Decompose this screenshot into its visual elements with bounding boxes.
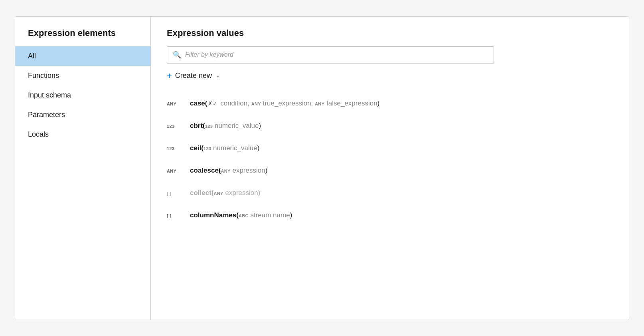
type-badge-ceil: 123 xyxy=(167,146,186,151)
function-list: ANY case(✗✓ condition, ANY true_expressi… xyxy=(167,92,613,227)
expression-elements-panel: Expression elements All Functions Input … xyxy=(15,17,151,320)
nav-item-input-schema[interactable]: Input schema xyxy=(15,85,150,105)
function-item-columnnames[interactable]: [ ] columnNames(abc stream name) xyxy=(167,204,613,227)
function-item-cbrt[interactable]: 123 cbrt(123 numeric_value) xyxy=(167,115,613,137)
type-badge-columnnames: [ ] xyxy=(167,213,186,218)
nav-item-parameters[interactable]: Parameters xyxy=(15,105,150,125)
search-icon: 🔍 xyxy=(173,51,181,59)
function-sig-collect: collect(ANY expression) xyxy=(190,189,260,197)
chevron-down-icon: ⌄ xyxy=(216,73,220,79)
search-input[interactable] xyxy=(185,51,488,58)
expression-builder-panel: Expression elements All Functions Input … xyxy=(15,16,629,320)
plus-icon: + xyxy=(167,72,172,80)
nav-item-all[interactable]: All xyxy=(15,46,150,66)
function-sig-ceil: ceil(123 numeric_value) xyxy=(190,144,259,152)
expression-elements-nav: All Functions Input schema Parameters Lo… xyxy=(15,46,150,144)
nav-item-functions[interactable]: Functions xyxy=(15,66,150,85)
right-panel-title: Expression values xyxy=(167,28,613,38)
create-new-label: Create new xyxy=(175,72,212,80)
type-badge-collect: [ ] xyxy=(167,191,186,196)
function-item-case[interactable]: ANY case(✗✓ condition, ANY true_expressi… xyxy=(167,92,613,115)
function-sig-case: case(✗✓ condition, ANY true_expression, … xyxy=(190,99,379,107)
function-sig-cbrt: cbrt(123 numeric_value) xyxy=(190,122,261,130)
left-panel-title: Expression elements xyxy=(15,28,150,46)
function-item-collect[interactable]: [ ] collect(ANY expression) xyxy=(167,182,613,204)
function-sig-columnnames: columnNames(abc stream name) xyxy=(190,211,292,219)
type-badge-coalesce: ANY xyxy=(167,169,186,173)
type-badge-cbrt: 123 xyxy=(167,124,186,129)
expression-values-panel: Expression values 🔍 + Create new ⌄ ANY c… xyxy=(151,17,629,320)
function-item-ceil[interactable]: 123 ceil(123 numeric_value) xyxy=(167,137,613,159)
create-new-button[interactable]: + Create new ⌄ xyxy=(167,72,613,80)
search-bar: 🔍 xyxy=(167,46,494,64)
function-item-coalesce[interactable]: ANY coalesce(ANY expression) xyxy=(167,159,613,182)
type-badge-case: ANY xyxy=(167,101,186,106)
nav-item-locals[interactable]: Locals xyxy=(15,125,150,144)
function-sig-coalesce: coalesce(ANY expression) xyxy=(190,167,267,175)
